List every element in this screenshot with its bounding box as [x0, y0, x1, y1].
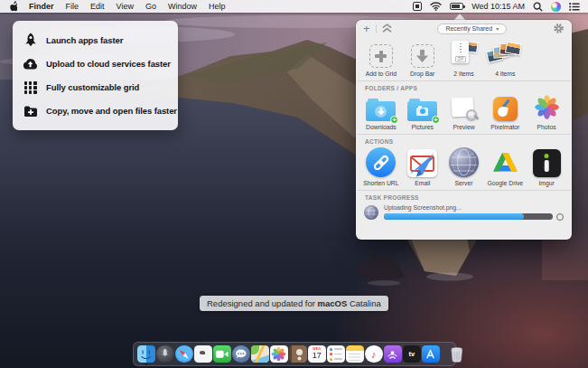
menu-window[interactable]: Window	[168, 0, 197, 13]
recently-shared-dropdown[interactable]: Recently Shared ▾	[437, 24, 507, 34]
add-icon[interactable]: +	[363, 24, 370, 34]
dock-calendar-icon[interactable]: WED 17	[308, 345, 326, 363]
actions-row: Shorten URL Email	[356, 146, 572, 190]
add-badge-icon: +	[390, 116, 399, 125]
section-folders-apps: FOLDERS / APPS	[356, 81, 572, 92]
dock-facetime-icon[interactable]	[213, 345, 231, 363]
upload-progress-bar	[384, 213, 553, 220]
dock: WED 17 ♪ tv	[133, 342, 456, 366]
menu-bar: Finder File Edit View Go Window Help Wed…	[0, 0, 588, 13]
globe-icon	[449, 147, 479, 177]
menu-go[interactable]: Go	[145, 0, 156, 13]
dock-tv-icon[interactable]: tv	[403, 345, 421, 363]
dock-reminders-icon[interactable]	[327, 345, 345, 363]
dock-app-store-icon[interactable]	[422, 345, 440, 363]
feature-upload: Upload to cloud services faster	[23, 52, 177, 75]
siri-icon[interactable]	[551, 0, 561, 13]
apple-menu-icon[interactable]	[8, 0, 17, 13]
drop-target-add-to-grid[interactable]: Add to Grid	[360, 41, 402, 77]
add-to-grid-icon	[369, 44, 393, 68]
drop-target-drop-bar[interactable]: Drop Bar	[402, 41, 443, 77]
dock-trash-icon[interactable]	[448, 345, 466, 363]
panel-header: + Recently Shared ▾	[356, 20, 572, 37]
feature-copy: Copy, move and open files faster	[23, 99, 177, 123]
gear-icon[interactable]	[553, 23, 565, 35]
dock-photos-icon[interactable]	[270, 345, 288, 363]
drop-target-zip-stack[interactable]: ZIP 2 Items	[443, 41, 485, 77]
menu-file[interactable]: File	[66, 0, 79, 13]
link-icon	[366, 147, 396, 177]
feature-label: Copy, move and open files faster	[46, 106, 177, 116]
action-google-drive[interactable]: Google Drive	[484, 147, 526, 186]
cancel-upload-button[interactable]	[556, 213, 564, 221]
feature-label: Fully customizable grid	[46, 82, 139, 92]
action-server[interactable]: Server	[443, 147, 485, 186]
add-badge-icon: +	[432, 116, 441, 125]
drop-bar-icon	[411, 44, 434, 68]
feature-launch: Launch apps faster	[23, 28, 177, 52]
dock-finder-icon[interactable]	[137, 345, 155, 363]
grid-icon	[23, 80, 38, 95]
pictures-folder-icon: +	[407, 101, 437, 121]
menu-finder[interactable]: Finder	[29, 0, 54, 13]
dock-safari-icon[interactable]	[175, 345, 193, 363]
dropzone-panel: + Recently Shared ▾ Add to Grid	[356, 20, 572, 240]
menu-view[interactable]: View	[117, 0, 134, 13]
feature-grid: Fully customizable grid	[23, 76, 177, 99]
zip-file-icon: ZIP	[449, 41, 478, 68]
divider	[376, 24, 377, 33]
feature-label: Launch apps faster	[46, 35, 123, 45]
folder-downloads[interactable]: + Downloads	[360, 94, 402, 130]
desktop: Finder File Edit View Go Window Help Wed…	[0, 0, 588, 368]
notification-center-icon[interactable]	[569, 0, 580, 13]
downloads-folder-icon: +	[366, 101, 396, 121]
dock-contacts-icon[interactable]	[289, 345, 307, 363]
photo-stack-icon	[487, 42, 523, 68]
app-pixelmator[interactable]: Pixelmator	[484, 94, 526, 130]
preview-app-icon	[451, 97, 477, 121]
spotlight-icon[interactable]	[533, 0, 543, 13]
dock-messages-icon[interactable]	[232, 345, 250, 363]
dock-maps-icon[interactable]	[251, 345, 269, 363]
app-preview[interactable]: Preview	[443, 94, 485, 130]
action-email[interactable]: Email	[402, 147, 443, 186]
imgur-icon	[533, 149, 561, 177]
cloud-upload-icon	[23, 56, 38, 71]
app-photos[interactable]: Photos	[526, 94, 567, 130]
dock-launchpad-icon[interactable]	[156, 345, 174, 363]
upload-progress-fill	[384, 213, 524, 220]
task-progress-row: Uploading Screenshot.png...	[356, 202, 572, 228]
section-task-progress: TASK PROGRESS	[356, 191, 572, 202]
section-actions: ACTIONS	[356, 135, 572, 146]
drop-target-photo-stack[interactable]: 4 Items	[484, 41, 526, 77]
photos-app-icon	[534, 94, 560, 121]
dock-preview-icon[interactable]	[194, 345, 212, 363]
folders-apps-row: + Downloads + Pictures Preview	[356, 92, 572, 134]
drop-grid-row: Add to Grid Drop Bar ZIP 2 Items 4 It	[356, 37, 572, 80]
dock-notes-icon[interactable]	[346, 345, 364, 363]
dropzone-menubar-icon[interactable]	[413, 0, 422, 13]
action-shorten-url[interactable]: Shorten URL	[360, 147, 402, 186]
menu-help[interactable]: Help	[209, 0, 226, 13]
task-globe-icon	[364, 205, 378, 220]
chevron-down-icon: ▾	[496, 25, 499, 32]
battery-icon[interactable]	[450, 0, 463, 13]
running-indicator	[145, 363, 147, 365]
wifi-icon[interactable]	[430, 0, 442, 13]
task-label: Uploading Screenshot.png...	[384, 204, 564, 211]
collapse-chevrons-icon[interactable]	[382, 24, 392, 33]
folder-pictures[interactable]: + Pictures	[402, 94, 443, 130]
feature-card: Launch apps faster Upload to cloud servi…	[13, 21, 178, 130]
folder-plus-icon	[23, 103, 38, 118]
rocket-icon	[23, 33, 38, 48]
dock-music-icon[interactable]: ♪	[365, 345, 383, 363]
menu-bar-clock[interactable]: Wed 10:15 AM	[471, 2, 525, 11]
action-imgur[interactable]: Imgur	[526, 147, 567, 186]
dock-podcasts-icon[interactable]	[384, 345, 402, 363]
google-drive-icon	[490, 149, 520, 177]
menu-edit[interactable]: Edit	[90, 0, 105, 13]
caption-banner: Redesigned and updated for macOS Catalin…	[200, 296, 388, 311]
email-icon	[407, 149, 437, 177]
pixelmator-app-icon	[493, 97, 518, 121]
feature-label: Upload to cloud services faster	[46, 59, 171, 69]
